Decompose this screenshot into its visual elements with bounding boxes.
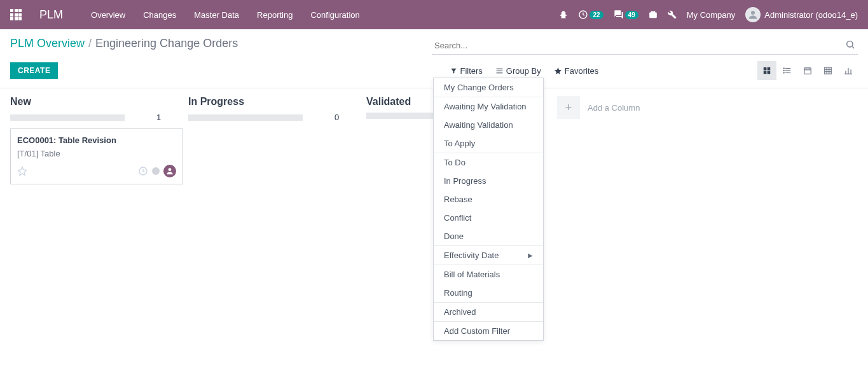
nav-right: 22 49 My Company Administrator (odoo14_e… bbox=[559, 7, 858, 22]
filter-to-do[interactable]: To Do bbox=[434, 153, 543, 172]
brand-title: PLM bbox=[39, 8, 63, 22]
gift-icon[interactable] bbox=[649, 10, 658, 19]
svg-rect-16 bbox=[804, 68, 811, 74]
filters-button[interactable]: Filters bbox=[450, 66, 482, 76]
assignee-avatar[interactable] bbox=[163, 165, 176, 177]
user-menu[interactable]: Administrator (odoo14_e) bbox=[745, 7, 858, 22]
nav-items: Overview Changes Master Data Reporting C… bbox=[83, 5, 368, 25]
list-icon bbox=[495, 67, 504, 75]
apps-icon[interactable] bbox=[10, 9, 22, 20]
top-nav: PLM Overview Changes Master Data Reporti… bbox=[0, 0, 868, 29]
svg-rect-7 bbox=[768, 67, 771, 71]
svg-rect-8 bbox=[764, 71, 767, 74]
priority-star-icon[interactable] bbox=[17, 166, 27, 176]
search-wrap bbox=[432, 37, 858, 55]
svg-point-1 bbox=[751, 11, 755, 15]
add-column-button[interactable]: + bbox=[557, 96, 580, 119]
kanban-column-in-progress: In Progress 0 bbox=[188, 96, 361, 128]
wrench-icon[interactable] bbox=[668, 10, 677, 19]
breadcrumb: PLM Overview / Engineering Change Orders bbox=[10, 37, 238, 50]
groupby-button[interactable]: Group By bbox=[495, 66, 541, 76]
search-input[interactable] bbox=[432, 37, 858, 54]
svg-point-15 bbox=[783, 72, 784, 73]
nav-configuration[interactable]: Configuration bbox=[303, 5, 367, 25]
favorites-button[interactable]: Favorites bbox=[554, 66, 598, 76]
card-subtitle: [T/01] Table bbox=[17, 149, 176, 158]
groupby-label: Group By bbox=[506, 66, 541, 76]
clock-icon[interactable] bbox=[138, 166, 148, 176]
company-label[interactable]: My Company bbox=[687, 10, 736, 20]
activity-icon[interactable]: 22 bbox=[578, 10, 603, 20]
svg-point-30 bbox=[169, 168, 172, 171]
view-list-button[interactable] bbox=[778, 61, 797, 80]
column-count: 1 bbox=[156, 113, 161, 122]
column-progress[interactable] bbox=[188, 114, 303, 121]
avatar-icon bbox=[745, 7, 761, 22]
messages-icon[interactable]: 49 bbox=[614, 10, 638, 20]
svg-point-14 bbox=[783, 70, 784, 71]
filter-awaiting-validation[interactable]: Awaiting Validation bbox=[434, 116, 543, 134]
breadcrumb-sep: / bbox=[88, 37, 92, 50]
state-dot-icon[interactable] bbox=[152, 167, 160, 175]
svg-rect-9 bbox=[768, 71, 771, 74]
filter-icon bbox=[450, 67, 457, 74]
bug-icon[interactable] bbox=[559, 10, 568, 19]
svg-point-2 bbox=[847, 41, 853, 47]
column-title[interactable]: In Progress bbox=[188, 96, 361, 107]
messages-badge: 49 bbox=[625, 11, 638, 19]
filter-to-apply[interactable]: To Apply bbox=[434, 134, 543, 153]
kanban-column-new: New 1 ECO0001: Table Revision [T/01] Tab… bbox=[10, 96, 183, 184]
view-pivot-button[interactable] bbox=[818, 61, 837, 80]
svg-point-13 bbox=[783, 68, 784, 69]
column-progress[interactable] bbox=[10, 114, 125, 121]
filter-in-progress[interactable]: In Progress bbox=[434, 172, 543, 190]
card-title: ECO0001: Table Revision bbox=[17, 135, 176, 145]
favorites-label: Favorites bbox=[565, 66, 598, 76]
activity-badge: 22 bbox=[589, 11, 603, 19]
view-switcher bbox=[757, 61, 858, 80]
breadcrumb-root[interactable]: PLM Overview bbox=[10, 37, 85, 50]
kanban-card[interactable]: ECO0001: Table Revision [T/01] Table bbox=[10, 128, 183, 184]
filters-dropdown: My Change Orders Awaiting My Validation … bbox=[433, 78, 544, 192]
add-column: + Add a Column bbox=[557, 96, 640, 119]
column-count: 0 bbox=[334, 113, 339, 122]
nav-changes[interactable]: Changes bbox=[135, 5, 184, 25]
view-graph-button[interactable] bbox=[839, 61, 858, 80]
svg-rect-6 bbox=[764, 67, 767, 71]
search-options: Filters Group By Favorites bbox=[450, 66, 611, 76]
create-button[interactable]: CREATE bbox=[10, 62, 58, 79]
breadcrumb-current: Engineering Change Orders bbox=[95, 37, 238, 50]
star-icon bbox=[554, 67, 562, 75]
search-icon[interactable] bbox=[845, 39, 855, 50]
svg-rect-20 bbox=[825, 67, 832, 74]
filter-awaiting-my-validation[interactable]: Awaiting My Validation bbox=[434, 97, 543, 116]
nav-reporting[interactable]: Reporting bbox=[249, 5, 300, 25]
nav-overview[interactable]: Overview bbox=[83, 5, 133, 25]
view-kanban-button[interactable] bbox=[757, 61, 776, 80]
user-name: Administrator (odoo14_e) bbox=[764, 10, 858, 20]
add-column-label[interactable]: Add a Column bbox=[588, 103, 640, 113]
column-title[interactable]: New bbox=[10, 96, 183, 107]
view-calendar-button[interactable] bbox=[798, 61, 817, 80]
card-footer bbox=[17, 165, 176, 177]
filter-my-change-orders[interactable]: My Change Orders bbox=[434, 78, 543, 97]
filter-rebase[interactable]: Rebase bbox=[434, 190, 543, 192]
nav-master-data[interactable]: Master Data bbox=[186, 5, 247, 25]
filters-label: Filters bbox=[460, 66, 482, 76]
